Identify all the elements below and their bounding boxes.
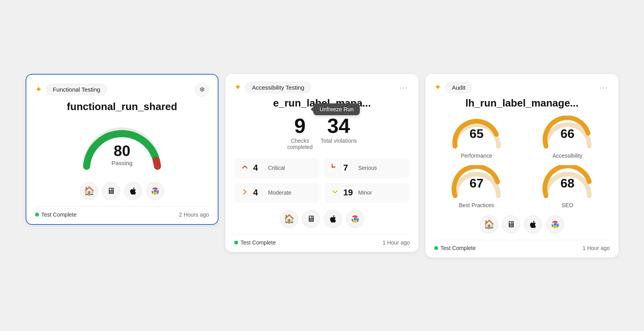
status-dot xyxy=(234,241,238,245)
apple-browser-icon[interactable] xyxy=(124,182,142,200)
violation-minor: 19 Minor xyxy=(324,183,410,203)
cards-container: ✦ Functional Testing ❄ Unfreeze Run func… xyxy=(26,74,618,257)
minor-count: 19 xyxy=(343,188,354,198)
monitor-browser-icon[interactable]: 🖥 xyxy=(502,215,520,234)
monitor-browser-icon[interactable]: 🖥 xyxy=(302,210,320,228)
audit-gauge-performance: 65 Performance xyxy=(434,116,519,159)
card-header-left: ✦ Functional Testing xyxy=(35,84,107,95)
audit-gauge-label: Performance xyxy=(461,153,492,159)
status-badge: Test Complete xyxy=(35,211,76,218)
card-header-left: ✦ Accessibility Testing xyxy=(234,82,311,93)
stats-row: 9 Checkscompleted 34 Total violations xyxy=(234,116,410,150)
card-title: Audit xyxy=(445,82,472,93)
chrome-browser-icon[interactable] xyxy=(146,182,164,200)
svg-point-1 xyxy=(353,217,356,220)
accessibility-testing-card: ✦ Accessibility Testing ··· e_run_label_… xyxy=(226,74,418,252)
gauge-container: 80 Passing xyxy=(79,119,165,174)
apple-browser-icon[interactable] xyxy=(324,210,342,228)
card-header: ✦ Audit ··· xyxy=(434,82,610,93)
violation-serious: 7 Serious xyxy=(324,158,410,178)
run-label: lh_run_label_manage... xyxy=(434,97,610,109)
status-label: Test Complete xyxy=(440,245,476,251)
mini-gauge-container: 66 xyxy=(540,116,595,151)
card-header-left: ✦ Audit xyxy=(434,82,472,93)
card-title: Accessibility Testing xyxy=(245,82,311,93)
house-browser-icon[interactable]: 🏠 xyxy=(80,182,98,200)
time-ago: 1 Hour ago xyxy=(383,239,410,246)
violation-moderate: 4 Moderate xyxy=(234,183,320,203)
time-ago: 1 Hour ago xyxy=(583,245,610,251)
moderate-count: 4 xyxy=(253,188,264,198)
gauge-percent: 80 xyxy=(111,143,132,160)
mini-gauge-value: 65 xyxy=(470,127,484,141)
serious-icon xyxy=(331,163,339,173)
mini-gauge-container: 65 xyxy=(449,116,504,151)
card-header: ✦ Accessibility Testing ··· xyxy=(234,82,410,93)
audit-gauge-label: Accessibility xyxy=(552,153,582,159)
status-dot xyxy=(434,246,438,250)
time-ago: 2 Hours ago xyxy=(179,211,209,218)
minor-icon xyxy=(331,188,339,198)
status-label: Test Complete xyxy=(241,239,276,246)
gauge-center-text: 80 Passing xyxy=(111,143,132,166)
chrome-browser-icon[interactable] xyxy=(546,215,564,234)
card-footer: Test Complete 2 Hours ago xyxy=(35,206,209,218)
functional-testing-card: ✦ Functional Testing ❄ Unfreeze Run func… xyxy=(26,74,218,225)
status-dot xyxy=(35,213,39,217)
critical-icon xyxy=(241,163,249,173)
audit-gauge-seo: 68 SEO xyxy=(525,165,610,208)
serious-count: 7 xyxy=(343,163,354,173)
browser-icons: 🏠 🖥 xyxy=(35,182,209,200)
spark-icon: ✦ xyxy=(35,85,42,95)
critical-label: Critical xyxy=(268,165,285,171)
checks-completed-block: 9 Checkscompleted xyxy=(287,116,313,150)
unfreeze-tooltip: Unfreeze Run xyxy=(313,103,360,115)
status-badge: Test Complete xyxy=(234,239,276,246)
more-options-button[interactable]: ··· xyxy=(398,83,410,92)
monitor-browser-icon[interactable]: 🖥 xyxy=(102,182,120,200)
gauge-passing-label: Passing xyxy=(111,160,132,166)
run-label: functional_run_shared xyxy=(35,101,209,113)
critical-count: 4 xyxy=(253,163,264,173)
checks-completed-number: 9 xyxy=(287,116,313,136)
total-violations-number: 34 xyxy=(320,116,357,136)
svg-point-2 xyxy=(553,223,556,226)
audit-gauge-label: Best Practices xyxy=(459,202,494,208)
moderate-label: Moderate xyxy=(268,189,291,196)
mini-gauge-value: 67 xyxy=(470,176,484,191)
minor-label: Minor xyxy=(358,189,372,196)
audit-gauge-best-practices: 67 Best Practices xyxy=(434,165,519,208)
audit-gauge-label: SEO xyxy=(562,202,574,208)
total-violations-label: Total violations xyxy=(320,138,357,144)
apple-browser-icon[interactable] xyxy=(524,215,542,234)
violations-grid: 4 Critical 7 Serious 4 Moderate xyxy=(234,158,410,203)
card-footer: Test Complete 1 Hour ago xyxy=(434,240,610,251)
audit-gauges-grid: 65 Performance 66 Accessibility xyxy=(434,116,610,208)
checks-completed-label: Checkscompleted xyxy=(287,138,313,150)
spark-icon: ✦ xyxy=(434,82,441,92)
card-title: Functional Testing xyxy=(46,84,107,95)
violation-critical: 4 Critical xyxy=(234,158,320,178)
house-browser-icon[interactable]: 🏠 xyxy=(280,210,298,228)
more-options-button[interactable]: ··· xyxy=(598,83,610,92)
svg-point-0 xyxy=(154,189,156,192)
snowflake-icon: ❄ xyxy=(199,85,205,94)
mini-gauge-container: 68 xyxy=(540,165,595,200)
status-badge: Test Complete xyxy=(434,245,476,251)
snowflake-icon-button[interactable]: ❄ Unfreeze Run xyxy=(195,83,209,97)
chrome-browser-icon[interactable] xyxy=(346,210,364,228)
total-violations-block: 34 Total violations xyxy=(320,116,357,150)
house-browser-icon[interactable]: 🏠 xyxy=(480,215,498,234)
browser-icons: 🏠 🖥 xyxy=(434,215,610,234)
card-footer: Test Complete 1 Hour ago xyxy=(234,234,410,246)
browser-icons: 🏠 🖥 xyxy=(234,210,410,228)
status-label: Test Complete xyxy=(41,211,76,218)
moderate-icon xyxy=(241,188,249,198)
spark-icon: ✦ xyxy=(234,82,241,92)
audit-card: ✦ Audit ··· lh_run_label_manage... 65 Pe… xyxy=(426,74,618,257)
mini-gauge-container: 67 xyxy=(449,165,504,200)
audit-gauge-accessibility: 66 Accessibility xyxy=(525,116,610,159)
mini-gauge-value: 68 xyxy=(561,176,575,191)
card-header: ✦ Functional Testing ❄ Unfreeze Run xyxy=(35,83,209,97)
mini-gauge-value: 66 xyxy=(561,127,575,141)
